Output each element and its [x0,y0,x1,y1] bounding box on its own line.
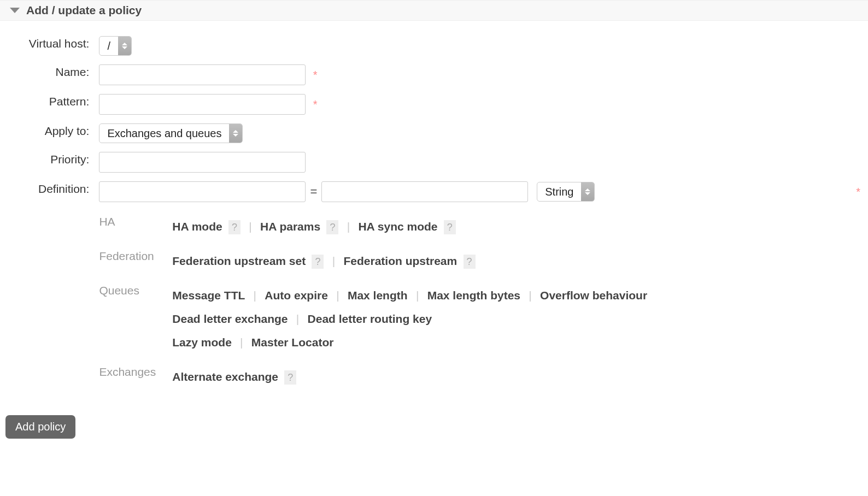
help-icon[interactable]: ? [312,255,324,269]
shortcut-ha-sync-mode[interactable]: HA sync mode [358,215,437,238]
label-pattern: Pattern: [5,90,97,119]
shortcut-message-ttl[interactable]: Message TTL [172,284,245,307]
shortcut-category-federation: Federation [99,244,172,279]
label-apply-to: Apply to: [5,119,97,147]
required-marker: * [856,186,860,198]
vhost-select[interactable]: / [99,36,132,56]
policy-form: Virtual host: / Name: * [0,21,868,455]
label-definition: Definition: [5,177,97,399]
label-priority: Priority: [5,147,97,177]
definition-value-input[interactable] [321,181,528,202]
required-marker: * [313,98,318,110]
shortcut-overflow-behaviour[interactable]: Overflow behaviour [540,284,647,307]
shortcut-fed-upstream[interactable]: Federation upstream [344,250,458,273]
select-stepper-icon [581,182,594,201]
definition-type-select[interactable]: String [537,182,595,202]
priority-input[interactable] [99,152,306,173]
shortcut-alternate-exchange[interactable]: Alternate exchange [172,365,278,388]
add-policy-button[interactable]: Add policy [5,415,75,439]
select-stepper-icon [229,124,242,143]
shortcut-dlx[interactable]: Dead letter exchange [172,308,288,330]
section-title: Add / update a policy [26,4,142,17]
apply-to-select[interactable]: Exchanges and queues [99,123,243,143]
shortcut-category-exchanges: Exchanges [99,360,172,394]
shortcut-ha-mode[interactable]: HA mode [172,215,222,238]
help-icon[interactable]: ? [326,220,338,234]
required-marker: * [313,69,318,81]
name-input[interactable] [99,64,306,85]
shortcut-category-ha: HA [99,210,172,244]
shortcut-max-length[interactable]: Max length [348,284,408,307]
shortcut-fed-upstream-set[interactable]: Federation upstream set [172,250,306,273]
shortcut-ha-params[interactable]: HA params [260,215,320,238]
shortcut-dlrk[interactable]: Dead letter routing key [308,308,432,330]
help-icon[interactable]: ? [284,370,296,385]
shortcut-category-queues: Queues [99,279,172,360]
label-name: Name: [5,60,97,90]
shortcut-auto-expire[interactable]: Auto expire [265,284,328,307]
shortcut-master-locator[interactable]: Master Locator [251,331,334,354]
definition-type-selected: String [537,182,581,201]
collapse-icon [10,8,20,13]
pattern-input[interactable] [99,94,306,115]
shortcut-lazy-mode[interactable]: Lazy mode [172,331,232,354]
vhost-selected: / [99,37,118,55]
shortcut-max-length-bytes[interactable]: Max length bytes [427,284,520,307]
section-header[interactable]: Add / update a policy [0,0,868,21]
select-stepper-icon [118,37,131,55]
label-vhost: Virtual host: [5,32,97,60]
help-icon[interactable]: ? [464,255,476,269]
equals-sign: = [306,185,321,199]
apply-to-selected: Exchanges and queues [99,124,229,143]
help-icon[interactable]: ? [228,220,241,234]
definition-key-input[interactable] [99,181,306,202]
help-icon[interactable]: ? [444,220,456,234]
